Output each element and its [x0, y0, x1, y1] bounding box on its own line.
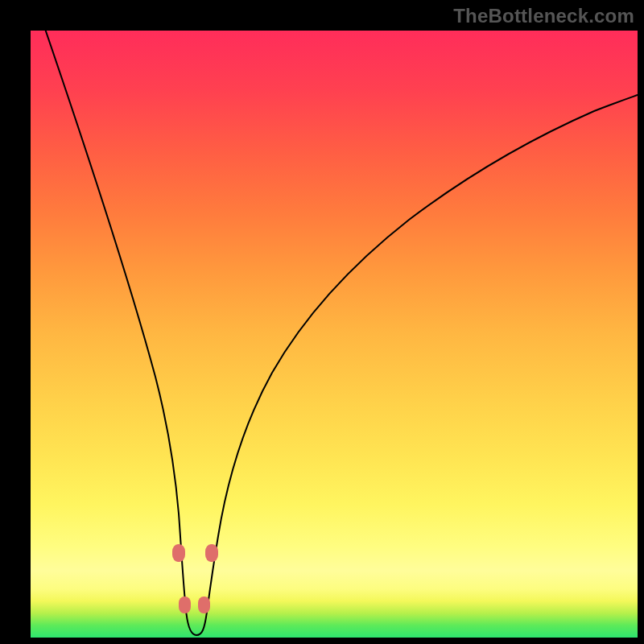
watermark-text: TheBottleneck.com	[453, 5, 634, 27]
curve-bead	[198, 597, 210, 613]
chart-frame: TheBottleneck.com	[0, 0, 644, 644]
bottleneck-curve	[35, 31, 638, 635]
curve-bead	[205, 544, 218, 562]
curve-bead	[179, 597, 191, 613]
curve-bead	[172, 544, 185, 562]
bottleneck-curve-svg	[31, 31, 638, 638]
gradient-plot-area	[31, 31, 638, 638]
